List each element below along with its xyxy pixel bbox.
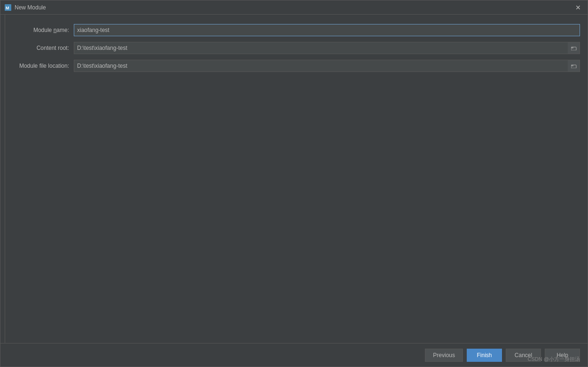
module-icon: M — [4, 4, 12, 11]
new-module-dialog: M New Module ✕ Module name: Content root… — [0, 0, 588, 367]
svg-rect-3 — [571, 47, 573, 48]
content-root-browse-button[interactable] — [568, 42, 580, 54]
module-name-input[interactable] — [74, 24, 580, 36]
module-file-location-browse-button[interactable] — [568, 60, 580, 72]
module-file-location-label: Module file location: — [8, 63, 74, 69]
module-file-location-input[interactable] — [74, 60, 580, 72]
watermark: CSDN @小方一身担汤 — [528, 356, 580, 363]
finish-button[interactable]: Finish — [467, 349, 502, 362]
dialog-title: New Module — [15, 4, 572, 11]
svg-text:M: M — [6, 6, 9, 10]
dialog-footer: Previous Finish Cancel Help — [0, 343, 588, 367]
dialog-overlay: M New Module ✕ Module name: Content root… — [0, 0, 588, 367]
content-root-input[interactable] — [74, 42, 580, 54]
module-file-location-input-wrapper — [74, 60, 580, 72]
module-name-label: Module name: — [8, 27, 74, 33]
close-button[interactable]: ✕ — [572, 2, 584, 13]
module-name-row: Module name: — [8, 24, 580, 36]
title-bar: M New Module ✕ — [0, 0, 588, 15]
previous-button[interactable]: Previous — [425, 349, 463, 362]
content-root-input-wrapper — [74, 42, 580, 54]
content-root-label: Content root: — [8, 45, 74, 51]
dialog-content: Module name: Content root: — [0, 15, 588, 343]
module-file-location-row: Module file location: — [8, 60, 580, 72]
svg-rect-5 — [571, 65, 573, 66]
module-name-input-wrapper — [74, 24, 580, 36]
left-sidebar — [0, 15, 5, 343]
content-root-row: Content root: — [8, 42, 580, 54]
